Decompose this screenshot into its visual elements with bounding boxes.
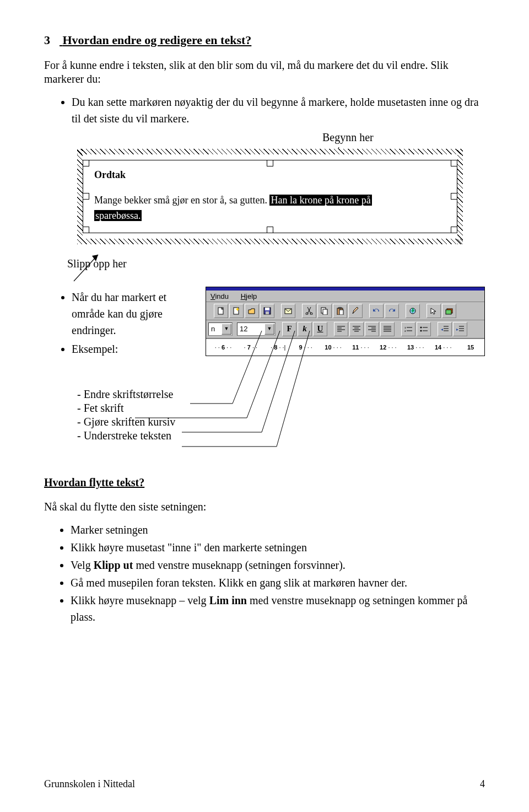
example-textbox: Ordtak Mange bekker små gjør en stor å, … [77,149,485,244]
page-number: 4 [480,778,485,790]
connector-lines-icon [44,289,375,465]
resize-handle[interactable] [451,193,457,200]
cursor-icon [430,307,438,315]
redo-icon [388,307,396,315]
intro-paragraph: For å kunne endre i teksten, slik at den… [44,58,485,86]
list-numbered-icon: 12 [404,326,412,332]
textbox-body: Mange bekker små gjør en stor å, sa gutt… [94,193,446,224]
list-item: Gå med musepilen foran teksten. Klikk en… [71,574,485,591]
list-bullet-button[interactable] [417,322,431,336]
indent-icon [456,326,464,332]
svg-marker-20 [431,308,436,314]
toolbar-button[interactable] [442,304,456,318]
selected-text: sparebøssa. [94,210,142,221]
list-bullet-icon [420,326,428,332]
resize-handle[interactable] [451,160,457,166]
resize-handle[interactable] [451,227,457,233]
indent-increase-button[interactable] [453,322,467,336]
resize-handle[interactable] [83,227,89,233]
resize-handle[interactable] [267,227,273,233]
svg-line-34 [262,331,295,432]
list-item: Klikk høyre museknapp – velg Lim inn med… [71,592,485,625]
list-item: Marker setningen [71,521,485,538]
outdent-icon [441,326,449,332]
section-number: 3 [44,33,60,47]
list-item: Klikk høyre musetast "inne i" den marker… [71,539,485,556]
move-steps-list: Marker setningen Klikk høyre musetast "i… [44,521,485,625]
svg-text:1: 1 [404,326,406,329]
toolbar-button[interactable] [406,304,420,318]
svg-text:2: 2 [404,330,406,332]
gallery-icon [445,307,453,315]
toolbar-button[interactable] [427,304,441,318]
svg-point-26 [420,330,422,331]
svg-rect-22 [446,310,451,314]
textbox-title: Ordtak [94,169,446,181]
svg-marker-28 [456,329,458,331]
label-begin-here: Begynn her [322,131,374,144]
svg-line-32 [247,331,280,418]
label-release-here: Slipp opp her [67,257,485,270]
section-heading: 3 Hvordan endre og redigere en tekst? [44,33,485,47]
resize-handle[interactable] [267,160,273,166]
list-numbered-button[interactable]: 12 [401,322,415,336]
align-justify-button[interactable] [380,322,395,336]
section-title: Hvordan endre og redigere en tekst? [63,33,252,47]
svg-line-30 [233,331,262,404]
footer-source: Grunnskolen i Nittedal [44,778,135,790]
indent-decrease-button[interactable] [438,322,452,336]
svg-point-25 [420,326,422,328]
align-justify-icon [384,326,391,332]
toolbar-button[interactable] [385,304,399,318]
resize-handle[interactable] [83,160,89,166]
svg-marker-27 [441,329,443,331]
instruction-list-1: Du kan sette markøren nøyaktig der du vi… [44,94,485,127]
subsection-heading: Hvordan flytte tekst? [44,476,485,489]
page-footer: Grunnskolen i Nittedal 4 [44,778,485,790]
move-intro: Nå skal du flytte den siste setningen: [44,500,485,514]
arrow-release-icon [72,254,105,287]
resize-handle[interactable] [83,193,89,200]
instruction-item: Du kan sette markøren nøyaktig der du vi… [72,94,485,127]
svg-line-36 [277,331,310,447]
nav-icon [409,307,417,315]
list-item: Velg Klipp ut med venstre museknapp (set… [71,557,485,573]
selected-text: Han la krone på krone på [269,195,371,206]
